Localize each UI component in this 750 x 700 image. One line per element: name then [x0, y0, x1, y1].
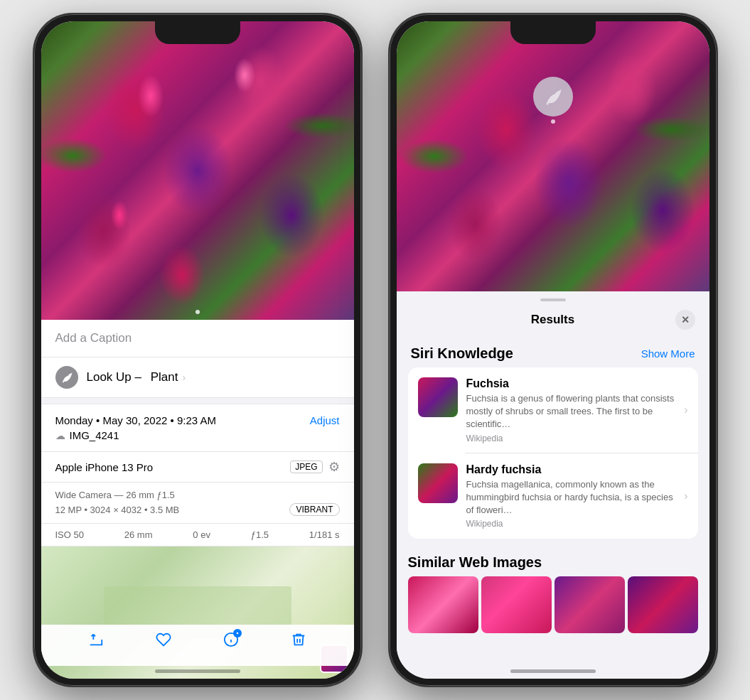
- heart-icon: [156, 632, 171, 647]
- cloud-icon: ☁: [55, 430, 65, 441]
- fuchsia-chevron-icon: ›: [684, 404, 687, 416]
- trash-icon: [291, 632, 306, 647]
- exif-shutter: 1/181 s: [309, 529, 340, 540]
- lookup-label: Look Up – Plant ›: [87, 370, 186, 384]
- lookup-chevron-icon: ›: [182, 372, 186, 383]
- caption-placeholder[interactable]: Add a Caption: [55, 331, 132, 345]
- camera-line1: Wide Camera — 26 mm ƒ1.5: [55, 490, 340, 500]
- device-row: Apple iPhone 13 Pro JPEG ⚙: [41, 452, 354, 483]
- device-badges: JPEG ⚙: [290, 459, 339, 475]
- results-header: Results ✕: [397, 301, 709, 335]
- vibrant-badge: VIBRANT: [289, 503, 339, 516]
- left-phone-screen: Add a Caption Look Up – Plant ›: [41, 21, 354, 679]
- info-button[interactable]: [223, 632, 239, 652]
- phones-container: Add a Caption Look Up – Plant ›: [0, 0, 750, 700]
- similar-web-title: Similar Web Images: [408, 554, 542, 571]
- share-icon: [88, 632, 104, 647]
- camera-settings: Wide Camera — 26 mm ƒ1.5 12 MP • 3024 × …: [41, 483, 354, 524]
- sparkle-icon: [235, 630, 240, 636]
- photo-display: [41, 21, 354, 320]
- results-scroll[interactable]: Siri Knowledge Show More Fuchsia Fuchsia…: [397, 335, 709, 679]
- web-image-1[interactable]: [408, 576, 478, 633]
- right-phone: Results ✕ Siri Knowledge Show More: [390, 14, 717, 686]
- photo-info-section: Monday • May 30, 2022 • 9:23 AM Adjust ☁…: [41, 404, 354, 452]
- exif-aperture: ƒ1.5: [251, 529, 269, 540]
- page-indicator: [195, 310, 200, 314]
- knowledge-item-hardy[interactable]: Hardy fuchsia Fuchsia magellanica, commo…: [408, 453, 698, 539]
- date-row: Monday • May 30, 2022 • 9:23 AM Adjust: [55, 414, 340, 426]
- similar-web-header: Similar Web Images: [408, 544, 698, 576]
- fuchsia-source: Wikipedia: [466, 434, 676, 443]
- phone-notch-right: [510, 21, 596, 44]
- close-icon: ✕: [681, 314, 690, 325]
- hardy-source: Wikipedia: [466, 519, 676, 529]
- filename: IMG_4241: [70, 429, 119, 441]
- hardy-info: Hardy fuchsia Fuchsia magellanica, commo…: [466, 463, 676, 529]
- lookup-row[interactable]: Look Up – Plant ›: [41, 357, 354, 398]
- settings-icon: ⚙: [328, 459, 340, 475]
- lookup-bold: Look Up –: [87, 370, 142, 384]
- web-image-2[interactable]: [481, 576, 552, 633]
- results-panel: Results ✕ Siri Knowledge Show More: [397, 291, 709, 679]
- hardy-chevron-icon: ›: [684, 490, 687, 502]
- fuchsia-thumbnail: [418, 377, 458, 417]
- left-toolbar: [41, 625, 354, 666]
- home-indicator-right: [510, 669, 596, 673]
- siri-knowledge-title: Siri Knowledge: [411, 345, 513, 362]
- filename-row: ☁ IMG_4241: [55, 429, 340, 441]
- caption-area[interactable]: Add a Caption: [41, 320, 354, 357]
- fuchsia-info: Fuchsia Fuchsia is a genus of flowering …: [466, 377, 676, 443]
- camera-specs: 12 MP • 3024 × 4032 • 3.5 MB: [55, 505, 180, 515]
- photo-display-right: [397, 21, 709, 291]
- info-badge: [233, 629, 242, 637]
- leaf-icon: [60, 371, 73, 384]
- siri-knowledge-header: Siri Knowledge Show More: [397, 335, 709, 367]
- adjust-button[interactable]: Adjust: [310, 414, 340, 426]
- exif-focal: 26 mm: [124, 529, 153, 540]
- exif-iso: ISO 50: [55, 529, 84, 540]
- show-more-button[interactable]: Show More: [641, 348, 695, 360]
- similar-web-images-section: Similar Web Images: [397, 544, 709, 633]
- siri-dot: [551, 119, 555, 124]
- siri-icon: [533, 77, 573, 117]
- camera-line2: 12 MP • 3024 × 4032 • 3.5 MB VIBRANT: [55, 503, 340, 516]
- svg-point-3: [237, 632, 239, 635]
- fuchsia-desc: Fuchsia is a genus of flowering plants t…: [466, 392, 676, 431]
- favorite-button[interactable]: [156, 632, 171, 652]
- leaf-siri-icon: [543, 87, 563, 107]
- knowledge-item-fuchsia[interactable]: Fuchsia Fuchsia is a genus of flowering …: [408, 367, 698, 453]
- exif-ev: 0 ev: [193, 529, 210, 540]
- delete-button[interactable]: [291, 632, 306, 652]
- phone-notch: [155, 21, 240, 44]
- device-name: Apple iPhone 13 Pro: [55, 461, 154, 473]
- web-image-3[interactable]: [555, 576, 625, 633]
- home-indicator-left: [155, 669, 240, 673]
- web-image-4[interactable]: [628, 576, 698, 633]
- exif-row: ISO 50 26 mm 0 ev ƒ1.5 1/181 s: [41, 524, 354, 546]
- hardy-desc: Fuchsia magellanica, commonly known as t…: [466, 478, 676, 517]
- share-button[interactable]: [88, 632, 104, 652]
- hardy-name: Hardy fuchsia: [466, 463, 676, 476]
- right-phone-screen: Results ✕ Siri Knowledge Show More: [397, 21, 709, 679]
- lookup-icon: [55, 366, 78, 389]
- results-title: Results: [431, 313, 675, 327]
- hardy-thumbnail: [418, 463, 458, 503]
- knowledge-card: Fuchsia Fuchsia is a genus of flowering …: [408, 367, 698, 539]
- left-phone: Add a Caption Look Up – Plant ›: [34, 14, 361, 686]
- close-button[interactable]: ✕: [675, 310, 695, 330]
- web-images-grid: [408, 576, 698, 633]
- fuchsia-name: Fuchsia: [466, 377, 676, 390]
- lookup-plant: Plant: [151, 370, 178, 384]
- format-badge: JPEG: [290, 461, 322, 473]
- photo-date: Monday • May 30, 2022 • 9:23 AM: [55, 414, 216, 426]
